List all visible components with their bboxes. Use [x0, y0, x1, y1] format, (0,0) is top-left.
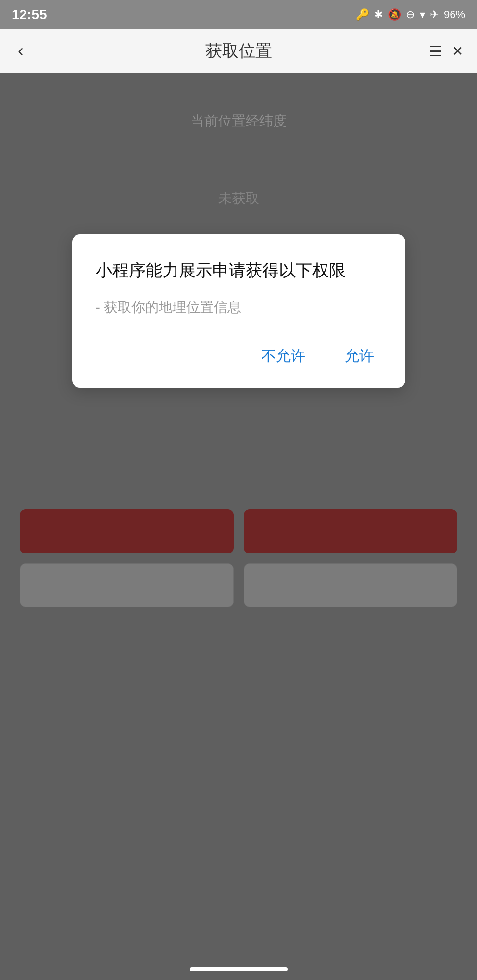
deny-button[interactable]: 不允许 — [253, 342, 313, 370]
permission-dialog: 小程序能力展示申请获得以下权限 - 获取你的地理位置信息 不允许 允许 — [72, 234, 405, 388]
close-icon[interactable]: ✕ — [452, 43, 463, 59]
bell-off-icon: 🔕 — [388, 8, 401, 21]
permission-dialog-overlay: 小程序能力展示申请获得以下权限 - 获取你的地理位置信息 不允许 允许 — [0, 73, 477, 980]
content-area: 当前位置经纬度 未获取 小程序能力展示申请获得以下权限 - 获取你的地理位置信息… — [0, 73, 477, 980]
back-button[interactable]: ‹ — [14, 37, 27, 65]
wifi-icon: ▾ — [420, 8, 425, 21]
dialog-buttons: 不允许 允许 — [96, 342, 382, 370]
battery-text: 96% — [444, 8, 465, 21]
menu-icon[interactable]: ☰ — [429, 43, 442, 60]
status-bar: 12:55 🔑 ✱ 🔕 ⊖ ▾ ✈ 96% — [0, 0, 477, 29]
dialog-description: - 获取你的地理位置信息 — [96, 297, 382, 319]
page-title: 获取位置 — [205, 40, 272, 62]
minus-circle-icon: ⊖ — [406, 8, 415, 21]
key-icon: 🔑 — [356, 8, 369, 21]
nav-bar: ‹ 获取位置 ☰ ✕ — [0, 29, 477, 73]
allow-button[interactable]: 允许 — [337, 342, 382, 370]
status-time: 12:55 — [12, 7, 47, 23]
airplane-icon: ✈ — [430, 8, 439, 21]
status-icons: 🔑 ✱ 🔕 ⊖ ▾ ✈ 96% — [356, 8, 465, 21]
home-indicator — [190, 967, 288, 971]
nav-right-buttons: ☰ ✕ — [429, 43, 463, 60]
bluetooth-icon: ✱ — [374, 8, 383, 21]
dialog-title: 小程序能力展示申请获得以下权限 — [96, 258, 382, 283]
page-wrapper: 12:55 🔑 ✱ 🔕 ⊖ ▾ ✈ 96% ‹ 获取位置 ☰ ✕ — [0, 0, 477, 980]
